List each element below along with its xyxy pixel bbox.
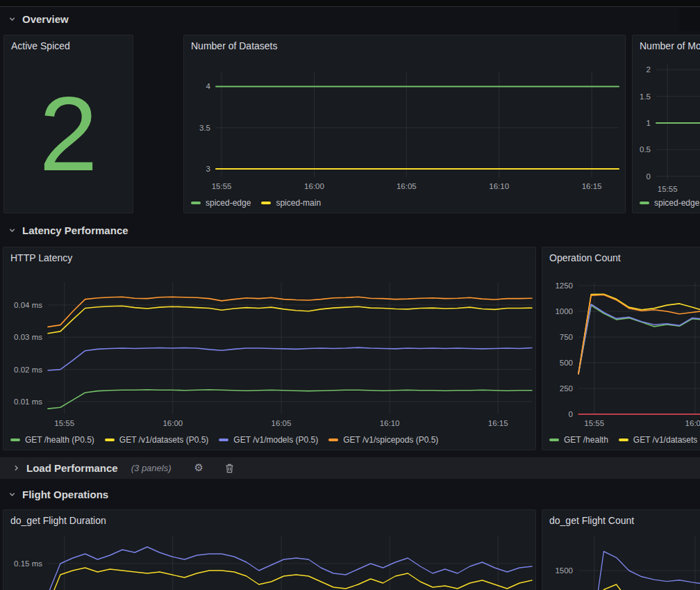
svg-text:4: 4 xyxy=(206,82,211,90)
series-color-swatch xyxy=(191,202,201,204)
grafana-dashboard: Overview Active Spiced 2 Number of Datas… xyxy=(0,0,700,590)
panel-title[interactable]: Number of Models xyxy=(640,40,700,51)
panel-operation-count: Operation Count 15:5516:0016:0516:1016:1… xyxy=(542,247,700,450)
panel-active-spiced: Active Spiced 2 xyxy=(3,35,133,213)
svg-text:1.5: 1.5 xyxy=(640,92,651,101)
panel-http-latency: HTTP Latency 15:5516:0016:0516:1016:150.… xyxy=(3,247,536,450)
series-line xyxy=(578,584,700,590)
svg-text:15:55: 15:55 xyxy=(584,419,604,427)
svg-text:0.02 ms: 0.02 ms xyxy=(14,366,42,374)
svg-text:0.03 ms: 0.03 ms xyxy=(14,333,42,341)
svg-text:0.15 ms: 0.15 ms xyxy=(14,559,42,568)
panel-title[interactable]: do_get Flight Count xyxy=(549,515,634,526)
panel-flight-count: do_get Flight Count 15:5516:0016:0516:10… xyxy=(542,509,700,590)
series-color-swatch xyxy=(219,439,228,441)
panel-number-of-datasets: Number of Datasets 15:5516:0016:0516:101… xyxy=(183,35,626,213)
http-latency-chart-canvas[interactable]: 15:5516:0016:0516:1016:150.04 ms0.03 ms0… xyxy=(3,247,535,450)
series-color-swatch xyxy=(619,439,628,441)
panels-count-note: (3 panels) xyxy=(131,463,172,473)
section-header-flight[interactable]: Flight Operations xyxy=(8,486,108,502)
legend-label: GET /v1/models (P0.5) xyxy=(233,435,318,445)
svg-text:1: 1 xyxy=(647,119,651,127)
operation-count-chart-canvas[interactable]: 15:5516:0016:0516:1016:15125010007505002… xyxy=(542,247,700,450)
svg-text:16:00: 16:00 xyxy=(685,419,700,427)
legend-item[interactable]: spiced-edge xyxy=(640,198,699,208)
stat-value: 2 xyxy=(39,81,98,186)
svg-text:250: 250 xyxy=(560,384,573,393)
svg-text:1250: 1250 xyxy=(555,281,573,290)
legend-item[interactable]: spiced-edge xyxy=(191,198,251,208)
legend-label: spiced-edge xyxy=(206,198,251,208)
svg-text:15:55: 15:55 xyxy=(54,419,74,427)
svg-text:1000: 1000 xyxy=(555,307,573,316)
svg-text:0.5: 0.5 xyxy=(640,145,651,154)
chart-canvas: 15:5516:0016:0516:1016:15125010007505002… xyxy=(542,247,700,451)
legend-item[interactable]: GET /v1/datasets xyxy=(619,435,698,445)
legend-label: GET /v1/spicepods (P0.5) xyxy=(343,435,438,445)
datasets-chart-canvas[interactable]: 15:5516:0016:0516:1016:1543.53 xyxy=(184,35,625,213)
series-line xyxy=(578,295,700,374)
series-line xyxy=(48,306,532,333)
legend-item[interactable]: GET /v1/models (P0.5) xyxy=(219,435,318,445)
legend-label: GET /v1/datasets xyxy=(633,435,698,445)
panel-title[interactable]: Number of Datasets xyxy=(191,40,278,51)
section-header-latency[interactable]: Latency Performance xyxy=(8,222,128,238)
svg-text:0: 0 xyxy=(569,410,573,418)
svg-text:1500: 1500 xyxy=(555,566,573,575)
section-header-overview[interactable]: Overview xyxy=(8,11,69,26)
gear-icon: ⚙ xyxy=(194,463,203,473)
panel-title[interactable]: Active Spiced xyxy=(11,40,70,51)
series-line xyxy=(48,347,532,370)
section-title: Flight Operations xyxy=(22,489,108,500)
chart-legend: GET /healthGET /v1/datasets xyxy=(549,435,697,445)
series-line xyxy=(48,568,532,590)
svg-text:15:55: 15:55 xyxy=(658,185,678,193)
chevron-down-icon xyxy=(8,491,16,498)
svg-text:16:15: 16:15 xyxy=(488,419,508,427)
chart-canvas: 15:5516:0016:0516:1016:1521.510.50 xyxy=(633,35,700,214)
section-settings-button[interactable]: ⚙ xyxy=(194,463,203,473)
section-title: Load Performance xyxy=(26,462,118,474)
panel-title[interactable]: do_get Flight Duration xyxy=(10,515,106,526)
series-line xyxy=(578,305,700,374)
svg-text:750: 750 xyxy=(560,333,573,341)
legend-item[interactable]: spiced-main xyxy=(261,198,321,208)
panel-title[interactable]: HTTP Latency xyxy=(10,252,72,263)
chevron-down-icon xyxy=(8,227,16,234)
series-color-swatch xyxy=(640,202,649,204)
svg-text:0.01 ms: 0.01 ms xyxy=(14,398,42,406)
stat-container: 2 xyxy=(4,54,133,213)
chart-legend: spiced-edge xyxy=(640,198,699,208)
series-line xyxy=(578,294,700,373)
section-delete-button[interactable] xyxy=(225,464,234,473)
chart-legend: GET /health (P0.5)GET /v1/datasets (P0.5… xyxy=(10,435,438,445)
legend-item[interactable]: GET /health (P0.5) xyxy=(10,435,94,445)
top-right-dark-region xyxy=(679,8,700,31)
svg-text:15:55: 15:55 xyxy=(212,182,232,190)
svg-text:2: 2 xyxy=(647,65,651,74)
section-title: Latency Performance xyxy=(22,224,128,236)
legend-item[interactable]: GET /v1/datasets (P0.5) xyxy=(105,435,209,445)
models-chart-canvas[interactable]: 15:5516:0016:0516:1016:1521.510.50 xyxy=(633,35,700,213)
section-header-load-performance[interactable]: Load Performance (3 panels) ⚙ xyxy=(0,457,700,479)
svg-text:500: 500 xyxy=(560,359,573,367)
legend-label: spiced-edge xyxy=(654,198,699,208)
svg-text:16:00: 16:00 xyxy=(304,182,324,190)
series-line xyxy=(48,390,532,409)
legend-item[interactable]: GET /v1/spicepods (P0.5) xyxy=(328,435,438,445)
svg-text:3: 3 xyxy=(206,165,210,173)
chart-canvas: 15:5516:0016:0516:1016:1543.53 xyxy=(184,35,626,214)
chevron-right-icon xyxy=(12,464,20,472)
series-color-swatch xyxy=(105,439,115,441)
legend-label: spiced-main xyxy=(276,198,321,208)
chart-canvas: 15:5516:0016:0516:1016:150.04 ms0.03 ms0… xyxy=(3,247,537,451)
series-color-swatch xyxy=(328,439,338,441)
svg-text:0.04 ms: 0.04 ms xyxy=(14,301,42,309)
series-line xyxy=(48,297,532,327)
panel-title[interactable]: Operation Count xyxy=(549,252,621,263)
svg-text:16:10: 16:10 xyxy=(489,182,509,190)
series-line xyxy=(578,304,700,374)
svg-text:16:15: 16:15 xyxy=(582,182,602,190)
panel-flight-duration: do_get Flight Duration 15:5516:0016:0516… xyxy=(3,509,536,590)
legend-item[interactable]: GET /health xyxy=(549,435,608,445)
